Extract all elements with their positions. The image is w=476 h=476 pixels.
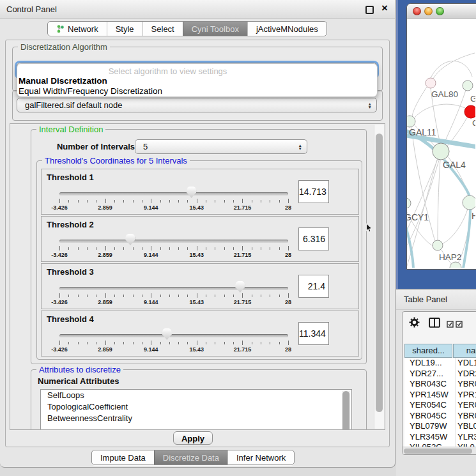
network-view-window[interactable]: GAL80 GA C GAL11 GAL4 GCY1 H HAP2 [406,3,476,270]
table-row[interactable]: YLR345WYLR3 [404,432,476,443]
threshold-1-slider[interactable]: -3.4262.8599.14415.4321.71528 [59,169,288,214]
zoom-traffic-light-icon[interactable] [436,7,444,15]
spinner-arrows-icon: ▲▼ [298,143,302,150]
network-window-titlebar[interactable] [407,4,476,19]
num-intervals-combobox[interactable]: 5 ▲▼ [135,139,307,154]
table-row[interactable]: YDR27...YDR2 [404,369,476,380]
table-panel-title: Table Panel [404,295,447,304]
settings-scrollbar[interactable] [374,125,384,429]
node-table-container: shared... name YDL19...YDL1YDR27...YDR2Y… [402,311,476,455]
settings-scrollbar-thumb[interactable] [376,134,383,412]
node-label: HAP2 [439,252,461,262]
num-intervals-label: Number of Intervals [45,142,135,151]
threshold-4-value[interactable]: 11.344 [298,322,329,345]
slider-track[interactable] [59,192,288,196]
slider-thumb[interactable] [187,187,196,198]
apply-button[interactable]: Apply [173,431,213,445]
node-bottom[interactable] [450,262,461,268]
threshold-2-panel: Threshold 2 -3.4262.8599.14415.4321.7152… [41,216,359,262]
node-gal11[interactable] [407,116,415,127]
threshold-4-slider[interactable]: -3.4262.8599.14415.4321.71528 [59,311,288,356]
close-traffic-light-icon[interactable] [413,7,421,15]
threshold-1-value[interactable]: 14.713 [298,180,329,203]
table-row[interactable]: YIL052CYIL0 [404,442,476,447]
table-row[interactable]: YBL079WYBL0 [404,421,476,432]
slider-tick-labels: -3.4262.8599.14415.4321.71528 [59,346,288,353]
table-row[interactable]: YBR043CYBR0 [404,379,476,390]
threshold-3-slider[interactable]: -3.4262.8599.14415.4321.71528 [59,264,288,309]
float-window-icon[interactable] [365,6,374,14]
network-nodes[interactable] [407,78,475,268]
list-item[interactable]: TopologicalCoefficient [41,401,351,413]
minimize-traffic-light-icon[interactable] [424,7,433,15]
table-row[interactable]: YDL19...YDL1 [404,358,476,369]
panel-title: Control Panel [6,4,57,14]
list-item[interactable]: BetweennessCentrality [41,413,351,424]
threshold-2-value[interactable]: 6.316 [298,227,329,250]
table-row[interactable]: YBR045CYBR0 [404,411,476,422]
node-gal80[interactable] [426,78,436,88]
node-label-partial: H [472,211,475,221]
tab-impute-data[interactable]: Impute Data [92,450,154,464]
slider-track[interactable] [59,287,288,290]
dropdown-hint: Select algorithm to view settings [17,66,318,76]
split-columns-icon[interactable] [429,318,440,330]
table-data-combobox[interactable]: galFiltered.sif default node ▲▼ [17,98,377,112]
slider-ticks [59,246,288,251]
table-panel-header: Table Panel [396,289,476,310]
slider-thumb[interactable] [162,328,172,340]
numerical-attributes-list[interactable]: SelfLoopsTopologicalCoefficientBetweenne… [40,389,352,430]
list-item[interactable]: SelfLoops [41,390,351,401]
slider-thumb[interactable] [125,234,135,245]
slider-ticks [59,293,288,298]
node-label: GAL4 [443,160,466,170]
threshold-3-panel: Threshold 3 -3.4262.8599.14415.4321.7152… [41,263,359,309]
slider-track[interactable] [59,240,288,243]
node-selected-red[interactable] [464,105,475,118]
tab-style[interactable]: Style [107,22,142,36]
slider-track[interactable] [59,334,288,337]
node-top-right[interactable] [463,81,473,91]
tab-discretize-data[interactable]: Discretize Data [154,450,227,464]
node-table-body: YDL19...YDL1YDR27...YDR2YBR043CYBR0YPR14… [404,358,476,447]
node-gal4[interactable] [433,143,449,160]
column-header-shared-name[interactable]: shared... [404,344,452,358]
tab-cyni-toolbox[interactable]: Cyni Toolbox [183,22,247,36]
checkbox-icon[interactable] [447,320,454,330]
attributes-group: Attributes to discretize Numerical Attri… [31,369,367,430]
thresholds-group: Threshold's Coordinates for 5 Intervals … [36,160,362,360]
tab-jactivemnodules[interactable]: jActiveMNodules [247,22,326,36]
mouse-cursor [365,223,374,236]
tab-select[interactable]: Select [142,22,183,36]
threshold-3-value[interactable]: 21.4 [298,275,329,298]
column-header-name[interactable]: name [453,344,476,358]
threshold-1-panel: Threshold 1 -3.4262.8599.14415.4321.7152… [41,169,359,215]
threshold-2-slider[interactable]: -3.4262.8599.14415.4321.71528 [59,217,288,261]
table-row[interactable]: YER054CYER0 [404,400,476,411]
table-settings-gear-icon[interactable] [409,317,420,330]
control-panel-window: Control Panel × Network Style Select Cyn… [0,0,395,468]
dropdown-option-equal-width[interactable]: Equal Width/Frequency Discretization [19,86,162,96]
slider-tick-labels: -3.4262.8599.14415.4321.71528 [59,252,288,259]
network-canvas[interactable]: GAL80 GA C GAL11 GAL4 GCY1 H HAP2 [407,18,475,268]
slider-thumb[interactable] [235,281,245,293]
node-gcy1[interactable] [407,198,411,208]
dropdown-option-manual[interactable]: Manual Discretization [19,76,107,86]
tab-infer-network[interactable]: Infer Network [227,450,294,464]
network-icon [56,24,65,33]
node-hap2[interactable] [433,240,443,250]
table-row[interactable]: YPR145WYPR1 [404,390,476,401]
tab-network[interactable]: Network [48,22,107,36]
cyni-mode-tabs: Impute Data Discretize Data Infer Networ… [91,450,295,465]
table-scrollbar-thumb[interactable] [404,449,472,454]
checkbox-icon[interactable] [456,320,463,330]
node-label-partial: C [472,118,475,128]
slider-tick-labels: -3.4262.8599.14415.4321.71528 [59,299,288,306]
node-label: GAL80 [431,89,458,99]
discretization-algorithm-group: Discretization Algorithm ▲▼ Select algor… [12,47,383,91]
close-icon[interactable]: × [381,3,388,14]
list-scrollbar-thumb[interactable] [342,391,349,430]
node-right-mid[interactable] [463,196,475,210]
list-scrollbar[interactable] [342,391,350,430]
table-horizontal-scrollbar[interactable] [403,447,476,454]
